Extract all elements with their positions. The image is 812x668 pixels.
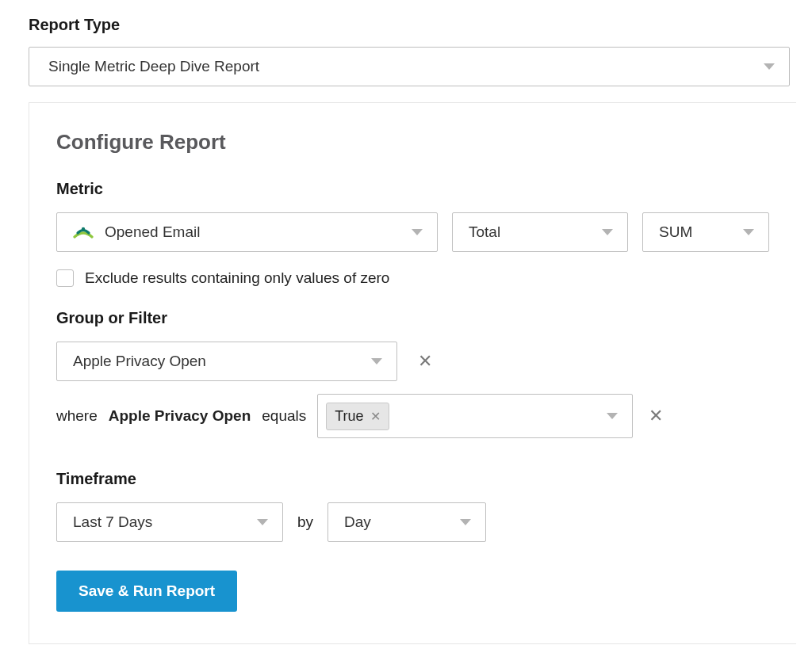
group-filter-label: Group or Filter [56, 309, 769, 327]
report-type-label: Report Type [29, 16, 796, 34]
metric-function-value: SUM [659, 223, 692, 241]
group-filter-value: Apple Privacy Open [73, 353, 206, 370]
filter-value-select[interactable]: True ✕ [317, 394, 633, 438]
report-type-select[interactable]: Single Metric Deep Dive Report [29, 47, 790, 86]
chevron-down-icon [460, 519, 471, 525]
metric-select[interactable]: Opened Email [56, 212, 438, 252]
chevron-down-icon [743, 229, 754, 235]
filter-condition-row: where Apple Privacy Open equals True ✕ ✕ [56, 394, 769, 438]
chevron-down-icon [607, 413, 618, 419]
metric-label: Metric [56, 180, 769, 198]
exclude-zero-label: Exclude results containing only values o… [85, 269, 389, 287]
configure-report-panel: Configure Report Metric Opened Email Tot… [29, 102, 796, 644]
where-prefix: where [56, 407, 98, 425]
chevron-down-icon [412, 229, 423, 235]
report-type-value: Single Metric Deep Dive Report [48, 58, 259, 75]
timeframe-label: Timeframe [56, 470, 769, 488]
group-filter-row: Apple Privacy Open ✕ [56, 342, 769, 381]
filter-value-tag: True ✕ [326, 403, 389, 430]
where-field: Apple Privacy Open [109, 407, 251, 425]
by-word: by [297, 513, 313, 531]
metric-aggregation-select[interactable]: Total [452, 212, 628, 252]
chevron-down-icon [764, 63, 775, 70]
configure-report-title: Configure Report [56, 130, 769, 155]
timeframe-row: Last 7 Days by Day [56, 502, 769, 542]
filter-value-text: True [335, 408, 363, 425]
timeframe-period-select[interactable]: Last 7 Days [56, 502, 283, 542]
remove-condition-button[interactable]: ✕ [644, 401, 668, 431]
timeframe-grain-select[interactable]: Day [327, 502, 486, 542]
exclude-zero-checkbox[interactable] [56, 269, 74, 287]
metric-row: Opened Email Total SUM [56, 212, 769, 252]
remove-tag-button[interactable]: ✕ [370, 409, 381, 424]
equals-word: equals [262, 407, 306, 425]
metric-function-select[interactable]: SUM [642, 212, 769, 252]
chevron-down-icon [257, 519, 268, 525]
save-run-report-button[interactable]: Save & Run Report [56, 571, 237, 612]
group-filter-select[interactable]: Apple Privacy Open [56, 342, 397, 381]
opened-email-icon [73, 224, 94, 240]
exclude-zero-row: Exclude results containing only values o… [56, 269, 769, 287]
svg-point-0 [82, 227, 85, 231]
remove-group-filter-button[interactable]: ✕ [413, 346, 437, 376]
chevron-down-icon [371, 358, 382, 365]
timeframe-period-value: Last 7 Days [73, 513, 152, 531]
chevron-down-icon [602, 229, 613, 235]
metric-value: Opened Email [105, 223, 200, 241]
timeframe-grain-value: Day [344, 513, 371, 531]
metric-aggregation-value: Total [469, 223, 500, 241]
